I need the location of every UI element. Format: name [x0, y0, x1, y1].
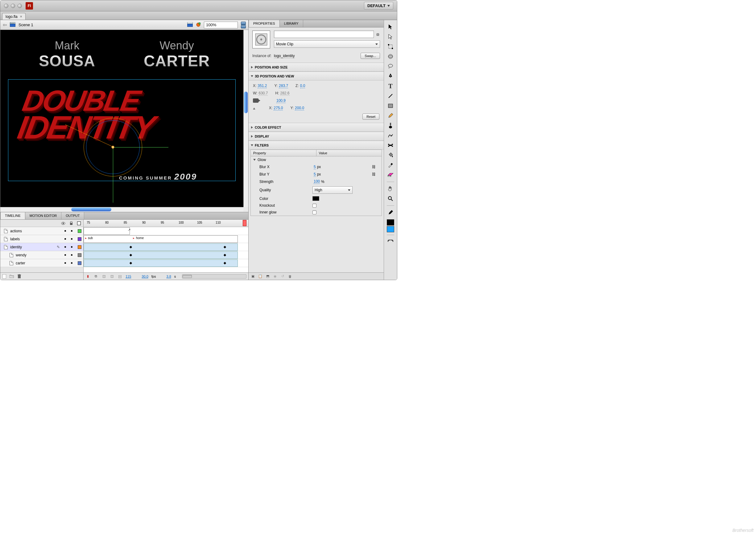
- tab-timeline[interactable]: TIMELINE: [0, 212, 25, 219]
- reset-button[interactable]: Reset: [363, 114, 379, 120]
- instance-type-combo[interactable]: Movie Clip: [274, 40, 380, 48]
- stroke-color-swatch[interactable]: [387, 219, 394, 226]
- tab-library[interactable]: LIBRARY: [280, 20, 303, 27]
- elapsed-time[interactable]: 3.8: [166, 275, 171, 278]
- filter-group[interactable]: Glow: [251, 156, 382, 163]
- track-labels[interactable]: ▸ sub ▸ home: [84, 235, 248, 243]
- tab-motion-editor[interactable]: MOTION EDITOR: [25, 212, 61, 219]
- preset-icon[interactable]: ⬒: [265, 274, 270, 279]
- section-display[interactable]: DISPLAY: [249, 132, 384, 141]
- eraser-tool-icon[interactable]: [386, 171, 395, 179]
- zoom-tool-icon[interactable]: [386, 194, 395, 203]
- delete-layer-icon[interactable]: [17, 274, 21, 279]
- options-icon[interactable]: [386, 238, 395, 246]
- outline-icon[interactable]: [77, 222, 81, 225]
- layer-color-swatch[interactable]: [78, 253, 81, 257]
- stage-vscroll[interactable]: [243, 30, 248, 207]
- line-tool-icon[interactable]: [386, 92, 395, 100]
- track-identity[interactable]: [84, 243, 248, 251]
- reset-filter-icon[interactable]: ↺: [280, 274, 285, 279]
- section-3d-position[interactable]: 3D POSITION AND VIEW: [249, 72, 384, 81]
- layer-color-swatch[interactable]: [78, 229, 81, 233]
- document-tab[interactable]: logo.fla ×: [2, 13, 26, 20]
- bone-tool-icon[interactable]: [386, 141, 395, 149]
- stroke-fill-icon[interactable]: [386, 208, 395, 217]
- deco-tool-icon[interactable]: [386, 131, 395, 140]
- lock-icon[interactable]: [69, 221, 73, 226]
- quality-combo[interactable]: High: [312, 186, 353, 194]
- lasso-tool-icon[interactable]: [386, 62, 395, 71]
- selection-tool-icon[interactable]: [386, 22, 395, 31]
- text-tool-icon[interactable]: T: [386, 82, 395, 91]
- filter-color-swatch[interactable]: [312, 196, 319, 201]
- track-actions[interactable]: ◦a: [84, 227, 248, 235]
- section-filters[interactable]: FILTERS: [249, 141, 384, 149]
- vanish-x[interactable]: 275.0: [274, 106, 283, 110]
- window-zoom-button[interactable]: [17, 4, 22, 8]
- blur-x[interactable]: 5: [314, 165, 316, 169]
- 3d-rotation-gizmo[interactable]: [84, 118, 142, 176]
- center-frame-icon[interactable]: ⧉: [94, 274, 98, 279]
- link-icon[interactable]: ⛓: [371, 164, 376, 169]
- fill-color-swatch[interactable]: [387, 226, 394, 232]
- zoom-stepper[interactable]: [241, 22, 246, 28]
- layer-row[interactable]: labels: [0, 235, 83, 243]
- blur-y[interactable]: 5: [314, 172, 316, 177]
- close-tab-icon[interactable]: ×: [20, 14, 22, 19]
- stage-area[interactable]: Mark SOUSA Wendy CARTER DOUBLE IDENTITY: [0, 30, 248, 212]
- section-color-effect[interactable]: COLOR EFFECT: [249, 123, 384, 132]
- track-wendy[interactable]: [84, 251, 248, 259]
- eyedropper-tool-icon[interactable]: [386, 161, 395, 169]
- layer-color-swatch[interactable]: [78, 261, 81, 265]
- stage-hscroll[interactable]: [0, 207, 243, 212]
- tab-properties[interactable]: PROPERTIES: [249, 20, 280, 27]
- layer-row[interactable]: carter: [0, 259, 83, 267]
- 3d-y[interactable]: 283.7: [279, 84, 288, 88]
- subselection-tool-icon[interactable]: [386, 32, 395, 41]
- brush-tool-icon[interactable]: [386, 121, 395, 130]
- pen-tool-icon[interactable]: [386, 72, 395, 81]
- onion-skin-icon[interactable]: ◫: [101, 274, 106, 279]
- current-frame[interactable]: 115: [125, 275, 131, 278]
- 3d-rotation-tool-icon[interactable]: [386, 52, 395, 61]
- launch-icon[interactable]: ⦻: [376, 32, 380, 37]
- delete-filter-icon[interactable]: 🗑: [287, 274, 292, 279]
- clipboard-icon[interactable]: 📋: [258, 274, 263, 279]
- link-icon[interactable]: ⛓: [371, 172, 376, 177]
- section-position-size[interactable]: POSITION AND SIZE: [249, 63, 384, 71]
- hand-tool-icon[interactable]: [386, 184, 395, 193]
- edit-scene-icon[interactable]: [187, 22, 193, 27]
- filter-strength[interactable]: 100: [314, 179, 320, 184]
- vanish-y[interactable]: 200.0: [295, 106, 304, 110]
- workspace-switcher[interactable]: DEFAULT: [364, 2, 393, 10]
- scene-breadcrumb[interactable]: Scene 1: [18, 22, 33, 27]
- layer-color-swatch[interactable]: [78, 237, 81, 241]
- new-layer-icon[interactable]: [2, 274, 7, 279]
- frame-ruler[interactable]: 75 80 85 90 95 100 105 110: [84, 220, 248, 227]
- tab-output[interactable]: OUTPUT: [61, 212, 84, 219]
- layer-row[interactable]: actions: [0, 227, 83, 235]
- paint-bucket-tool-icon[interactable]: [386, 151, 395, 159]
- zoom-input[interactable]: [204, 22, 238, 28]
- swap-button[interactable]: Swap...: [361, 53, 380, 59]
- 3d-z[interactable]: 0.0: [300, 84, 305, 88]
- edit-multiple-icon[interactable]: [·]: [118, 274, 122, 279]
- playhead[interactable]: [243, 220, 246, 226]
- onion-skin-outline-icon[interactable]: ◫: [110, 274, 115, 279]
- layer-row[interactable]: wendy: [0, 251, 83, 259]
- inner-glow-checkbox[interactable]: [312, 210, 316, 214]
- new-folder-icon[interactable]: [10, 274, 14, 279]
- pencil-tool-icon[interactable]: [386, 111, 395, 120]
- new-filter-icon[interactable]: ▣: [251, 274, 256, 279]
- 3d-x[interactable]: 351.2: [257, 84, 267, 88]
- timeline-hscroll[interactable]: [182, 274, 246, 279]
- layer-color-swatch[interactable]: [78, 245, 81, 249]
- layer-row[interactable]: identity ✎: [0, 243, 83, 251]
- visibility-icon[interactable]: [61, 221, 66, 226]
- perspective-angle[interactable]: 100.9: [276, 98, 285, 103]
- window-minimize-button[interactable]: [11, 4, 15, 8]
- edit-symbol-icon[interactable]: [196, 22, 201, 28]
- back-button[interactable]: ⇦: [3, 22, 7, 28]
- window-close-button[interactable]: [4, 4, 8, 8]
- enable-icon[interactable]: ◉: [273, 274, 278, 279]
